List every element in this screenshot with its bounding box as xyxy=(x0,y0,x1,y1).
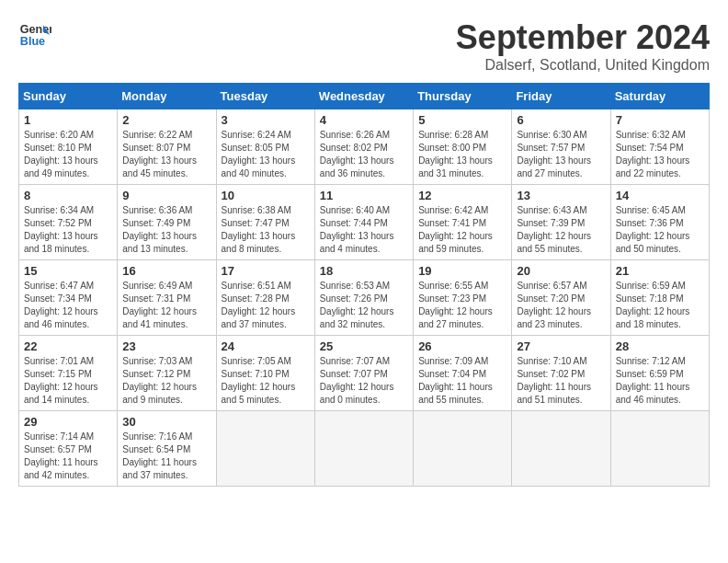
day-number: 4 xyxy=(320,113,408,127)
day-number: 11 xyxy=(320,189,408,202)
calendar-cell: 24Sunrise: 7:05 AM Sunset: 7:10 PM Dayli… xyxy=(216,336,314,411)
logo-icon: General Blue xyxy=(18,18,51,52)
day-number: 15 xyxy=(24,264,112,278)
day-number: 24 xyxy=(222,339,310,353)
day-info: Sunrise: 6:53 AM Sunset: 7:26 PM Dayligh… xyxy=(320,280,408,331)
day-number: 16 xyxy=(122,264,210,278)
day-number: 20 xyxy=(517,264,605,278)
calendar-cell: 19Sunrise: 6:55 AM Sunset: 7:23 PM Dayli… xyxy=(414,260,512,336)
calendar-cell: 7Sunrise: 6:32 AM Sunset: 7:54 PM Daylig… xyxy=(610,109,709,185)
calendar-cell: 2Sunrise: 6:22 AM Sunset: 8:07 PM Daylig… xyxy=(118,109,216,185)
calendar-table: SundayMondayTuesdayWednesdayThursdayFrid… xyxy=(18,83,710,487)
day-number: 28 xyxy=(616,339,704,353)
calendar-cell: 1Sunrise: 6:20 AM Sunset: 8:10 PM Daylig… xyxy=(19,109,118,185)
calendar-cell: 9Sunrise: 6:36 AM Sunset: 7:49 PM Daylig… xyxy=(118,185,216,260)
day-number: 2 xyxy=(122,113,210,127)
day-info: Sunrise: 7:12 AM Sunset: 6:59 PM Dayligh… xyxy=(616,355,704,407)
svg-text:Blue: Blue xyxy=(20,35,45,48)
day-info: Sunrise: 7:10 AM Sunset: 7:02 PM Dayligh… xyxy=(517,355,605,407)
day-number: 21 xyxy=(616,264,704,278)
day-number: 25 xyxy=(320,339,408,353)
day-info: Sunrise: 6:26 AM Sunset: 8:02 PM Dayligh… xyxy=(320,129,408,180)
day-info: Sunrise: 6:28 AM Sunset: 8:00 PM Dayligh… xyxy=(418,129,506,180)
calendar-cell xyxy=(314,411,413,487)
day-info: Sunrise: 7:05 AM Sunset: 7:10 PM Dayligh… xyxy=(222,355,310,407)
weekday-header-friday: Friday xyxy=(512,84,610,109)
calendar-cell: 23Sunrise: 7:03 AM Sunset: 7:12 PM Dayli… xyxy=(118,336,216,411)
day-number: 13 xyxy=(517,189,605,202)
day-info: Sunrise: 7:03 AM Sunset: 7:12 PM Dayligh… xyxy=(122,355,210,407)
day-info: Sunrise: 6:47 AM Sunset: 7:34 PM Dayligh… xyxy=(24,280,112,331)
calendar-cell: 13Sunrise: 6:43 AM Sunset: 7:39 PM Dayli… xyxy=(512,185,610,260)
day-number: 14 xyxy=(616,189,704,202)
calendar-cell: 20Sunrise: 6:57 AM Sunset: 7:20 PM Dayli… xyxy=(512,260,610,336)
day-number: 9 xyxy=(122,189,210,202)
day-info: Sunrise: 6:40 AM Sunset: 7:44 PM Dayligh… xyxy=(320,204,408,256)
calendar-week-4: 22Sunrise: 7:01 AM Sunset: 7:15 PM Dayli… xyxy=(19,336,710,411)
day-info: Sunrise: 7:14 AM Sunset: 6:57 PM Dayligh… xyxy=(24,431,112,482)
calendar-cell: 15Sunrise: 6:47 AM Sunset: 7:34 PM Dayli… xyxy=(19,260,118,336)
day-number: 23 xyxy=(122,339,210,353)
weekday-header-row: SundayMondayTuesdayWednesdayThursdayFrid… xyxy=(19,84,710,109)
weekday-header-saturday: Saturday xyxy=(610,84,709,109)
location-title: Dalserf, Scotland, United Kingdom xyxy=(456,57,710,74)
weekday-header-wednesday: Wednesday xyxy=(314,84,413,109)
day-info: Sunrise: 6:24 AM Sunset: 8:05 PM Dayligh… xyxy=(222,129,310,180)
calendar-cell: 29Sunrise: 7:14 AM Sunset: 6:57 PM Dayli… xyxy=(19,411,118,487)
month-title: September 2024 xyxy=(456,18,710,57)
calendar-cell: 8Sunrise: 6:34 AM Sunset: 7:52 PM Daylig… xyxy=(19,185,118,260)
page-header: General Blue September 2024 Dalserf, Sco… xyxy=(18,18,710,74)
day-info: Sunrise: 6:49 AM Sunset: 7:31 PM Dayligh… xyxy=(122,280,210,331)
day-number: 7 xyxy=(616,113,704,127)
calendar-cell: 27Sunrise: 7:10 AM Sunset: 7:02 PM Dayli… xyxy=(512,336,610,411)
day-number: 12 xyxy=(418,189,506,202)
day-info: Sunrise: 6:20 AM Sunset: 8:10 PM Dayligh… xyxy=(24,129,112,180)
day-number: 1 xyxy=(24,113,112,127)
day-info: Sunrise: 6:42 AM Sunset: 7:41 PM Dayligh… xyxy=(418,204,506,256)
day-info: Sunrise: 6:34 AM Sunset: 7:52 PM Dayligh… xyxy=(24,204,112,256)
calendar-cell xyxy=(414,411,512,487)
calendar-body: 1Sunrise: 6:20 AM Sunset: 8:10 PM Daylig… xyxy=(19,109,710,487)
calendar-cell: 22Sunrise: 7:01 AM Sunset: 7:15 PM Dayli… xyxy=(19,336,118,411)
weekday-header-thursday: Thursday xyxy=(414,84,512,109)
day-number: 5 xyxy=(418,113,506,127)
day-number: 8 xyxy=(24,189,112,202)
calendar-cell: 6Sunrise: 6:30 AM Sunset: 7:57 PM Daylig… xyxy=(512,109,610,185)
day-info: Sunrise: 7:16 AM Sunset: 6:54 PM Dayligh… xyxy=(122,431,210,482)
day-info: Sunrise: 7:09 AM Sunset: 7:04 PM Dayligh… xyxy=(418,355,506,407)
calendar-cell xyxy=(216,411,314,487)
day-info: Sunrise: 6:30 AM Sunset: 7:57 PM Dayligh… xyxy=(517,129,605,180)
weekday-header-sunday: Sunday xyxy=(19,84,118,109)
calendar-cell: 21Sunrise: 6:59 AM Sunset: 7:18 PM Dayli… xyxy=(610,260,709,336)
calendar-cell xyxy=(610,411,709,487)
day-info: Sunrise: 6:59 AM Sunset: 7:18 PM Dayligh… xyxy=(616,280,704,331)
day-info: Sunrise: 6:32 AM Sunset: 7:54 PM Dayligh… xyxy=(616,129,704,180)
calendar-week-5: 29Sunrise: 7:14 AM Sunset: 6:57 PM Dayli… xyxy=(19,411,710,487)
day-number: 3 xyxy=(222,113,310,127)
day-number: 18 xyxy=(320,264,408,278)
calendar-cell: 3Sunrise: 6:24 AM Sunset: 8:05 PM Daylig… xyxy=(216,109,314,185)
calendar-cell: 4Sunrise: 6:26 AM Sunset: 8:02 PM Daylig… xyxy=(314,109,413,185)
day-info: Sunrise: 6:38 AM Sunset: 7:47 PM Dayligh… xyxy=(222,204,310,256)
logo: General Blue xyxy=(18,18,51,52)
calendar-cell: 18Sunrise: 6:53 AM Sunset: 7:26 PM Dayli… xyxy=(314,260,413,336)
day-number: 19 xyxy=(418,264,506,278)
day-info: Sunrise: 7:01 AM Sunset: 7:15 PM Dayligh… xyxy=(24,355,112,407)
calendar-cell: 5Sunrise: 6:28 AM Sunset: 8:00 PM Daylig… xyxy=(414,109,512,185)
day-info: Sunrise: 6:36 AM Sunset: 7:49 PM Dayligh… xyxy=(122,204,210,256)
calendar-cell: 11Sunrise: 6:40 AM Sunset: 7:44 PM Dayli… xyxy=(314,185,413,260)
day-number: 26 xyxy=(418,339,506,353)
calendar-cell: 26Sunrise: 7:09 AM Sunset: 7:04 PM Dayli… xyxy=(414,336,512,411)
day-info: Sunrise: 6:45 AM Sunset: 7:36 PM Dayligh… xyxy=(616,204,704,256)
day-number: 10 xyxy=(222,189,310,202)
calendar-cell: 14Sunrise: 6:45 AM Sunset: 7:36 PM Dayli… xyxy=(610,185,709,260)
weekday-header-tuesday: Tuesday xyxy=(216,84,314,109)
calendar-cell: 25Sunrise: 7:07 AM Sunset: 7:07 PM Dayli… xyxy=(314,336,413,411)
day-number: 22 xyxy=(24,339,112,353)
day-info: Sunrise: 6:51 AM Sunset: 7:28 PM Dayligh… xyxy=(222,280,310,331)
calendar-cell: 28Sunrise: 7:12 AM Sunset: 6:59 PM Dayli… xyxy=(610,336,709,411)
day-info: Sunrise: 6:57 AM Sunset: 7:20 PM Dayligh… xyxy=(517,280,605,331)
calendar-week-3: 15Sunrise: 6:47 AM Sunset: 7:34 PM Dayli… xyxy=(19,260,710,336)
calendar-cell: 10Sunrise: 6:38 AM Sunset: 7:47 PM Dayli… xyxy=(216,185,314,260)
day-number: 30 xyxy=(122,415,210,429)
